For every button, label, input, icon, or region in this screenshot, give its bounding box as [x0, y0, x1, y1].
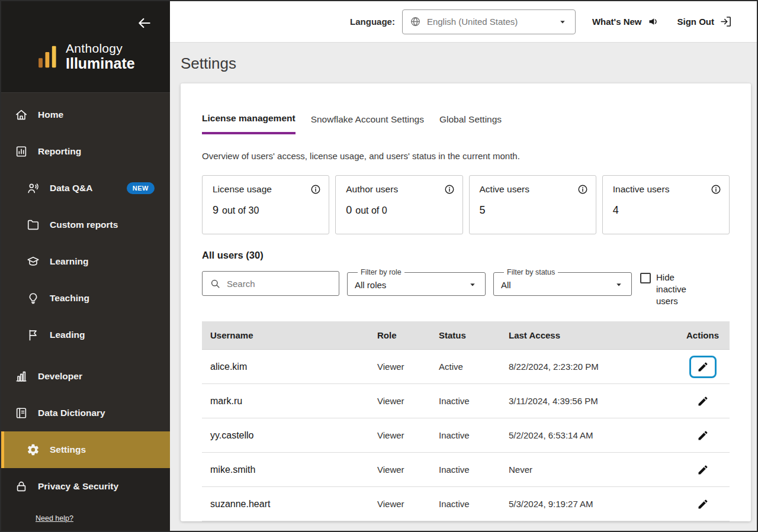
- search-input[interactable]: [227, 279, 322, 289]
- cell-status: Inactive: [439, 430, 509, 440]
- cell-role: Viewer: [377, 430, 439, 440]
- filter-role-label: Filter by role: [358, 268, 404, 276]
- stat-value: 9 out of 30: [213, 204, 321, 217]
- sidebar-item-reporting[interactable]: Reporting: [1, 133, 170, 170]
- sidebar-item-privacy-security[interactable]: Privacy & Security: [1, 468, 170, 505]
- stat-card-inactive-users: Inactive users 4: [602, 175, 730, 234]
- users-table: Username Role Status Last Access Actions…: [202, 321, 730, 521]
- stat-suffix: out of 30: [222, 205, 259, 216]
- hide-inactive-group: Hide inactive users: [640, 272, 694, 307]
- chevron-down-icon: [614, 279, 624, 290]
- sidebar-item-label: Learning: [50, 256, 88, 267]
- cell-status: Inactive: [439, 465, 509, 475]
- pencil-icon: [697, 395, 709, 407]
- gear-icon: [26, 443, 40, 457]
- sidebar-item-data-qa[interactable]: Data Q&A NEW: [1, 170, 170, 207]
- sidebar-item-developer[interactable]: Developer: [1, 358, 170, 395]
- sign-out-button[interactable]: Sign Out: [677, 15, 733, 28]
- sidebar-item-learning[interactable]: Learning: [1, 243, 170, 280]
- info-icon[interactable]: [577, 184, 588, 195]
- edit-user-button[interactable]: [689, 390, 717, 412]
- col-header-last-access: Last Access: [509, 330, 686, 340]
- book-icon: [14, 406, 28, 420]
- filter-status-value: All: [501, 280, 511, 290]
- sidebar-item-label: Developer: [38, 371, 82, 382]
- language-select[interactable]: English (United States): [402, 9, 576, 34]
- cell-username: mike.smith: [202, 465, 377, 475]
- stat-title: Author users: [346, 184, 398, 195]
- all-users-heading: All users (30): [202, 250, 730, 261]
- col-header-status: Status: [439, 330, 509, 340]
- content-area: Language: English (United States) What's…: [170, 1, 757, 531]
- sidebar-item-label: Reporting: [38, 146, 81, 157]
- cell-username: mark.ru: [202, 396, 377, 407]
- info-icon[interactable]: [711, 184, 721, 195]
- tab-snowflake-account-settings[interactable]: Snowflake Account Settings: [311, 113, 424, 134]
- sidebar-item-home[interactable]: Home: [1, 96, 170, 133]
- cell-role: Viewer: [377, 465, 439, 475]
- cell-username: alice.kim: [202, 362, 377, 372]
- chevron-down-icon: [467, 279, 478, 290]
- filter-role-select[interactable]: Filter by role All roles: [347, 268, 486, 296]
- hide-inactive-checkbox[interactable]: [640, 273, 651, 283]
- edit-user-button[interactable]: [689, 493, 717, 515]
- graduation-cap-icon: [26, 254, 40, 269]
- logo-line2: Illuminate: [66, 55, 135, 72]
- cell-status: Inactive: [439, 396, 509, 406]
- cell-last-access: 8/22/2024, 2:23:20 PM: [509, 362, 686, 372]
- reporting-icon: [14, 144, 28, 159]
- topbar: Language: English (United States) What's…: [170, 1, 757, 43]
- stat-cards: License usage 9 out of 30 Author users: [202, 175, 730, 234]
- cell-status: Inactive: [439, 499, 509, 509]
- sidebar-item-data-dictionary[interactable]: Data Dictionary: [1, 395, 170, 431]
- megaphone-icon: [647, 15, 660, 28]
- tabs: License management Snowflake Account Set…: [202, 113, 730, 134]
- tab-global-settings[interactable]: Global Settings: [439, 113, 502, 134]
- sidebar-item-leading[interactable]: Leading: [1, 317, 170, 353]
- need-help-link[interactable]: Need help?: [36, 514, 73, 523]
- sidebar-item-label: Privacy & Security: [38, 481, 118, 492]
- col-header-actions: Actions: [686, 330, 737, 340]
- info-icon[interactable]: [444, 184, 455, 195]
- whats-new-label: What's New: [592, 17, 642, 27]
- sidebar-item-teaching[interactable]: Teaching: [1, 280, 170, 317]
- bar-chart-icon: [14, 369, 28, 383]
- stat-suffix: out of 0: [355, 205, 387, 216]
- sidebar-nav: Home Reporting Data Q&A NEW Custom repor…: [1, 93, 170, 468]
- new-badge: NEW: [127, 182, 155, 194]
- table-row: yy.castello Viewer Inactive 5/2/2024, 6:…: [202, 418, 730, 453]
- cell-role: Viewer: [377, 362, 439, 372]
- data-qa-icon: [26, 181, 40, 195]
- edit-user-button[interactable]: [689, 356, 717, 378]
- info-icon[interactable]: [310, 184, 321, 195]
- sidebar-item-label: Custom reports: [50, 220, 118, 230]
- sidebar: Anthology Illuminate Home Reporting Data…: [1, 1, 170, 531]
- home-icon: [14, 108, 28, 122]
- cell-role: Viewer: [377, 499, 439, 509]
- table-row: mike.smith Viewer Inactive Never: [202, 453, 730, 487]
- sidebar-header: Anthology Illuminate: [1, 1, 170, 93]
- logo-line1: Anthology: [66, 41, 135, 55]
- sidebar-item-label: Home: [38, 109, 63, 120]
- sign-out-icon: [720, 15, 732, 28]
- flag-icon: [26, 328, 40, 342]
- stat-card-author-users: Author users 0 out of 0: [335, 175, 462, 234]
- app-window: Anthology Illuminate Home Reporting Data…: [0, 0, 758, 532]
- logo-text: Anthology Illuminate: [66, 41, 135, 72]
- filter-status-label: Filter by status: [504, 268, 558, 276]
- tab-license-management[interactable]: License management: [202, 113, 296, 134]
- filter-status-select[interactable]: Filter by status All: [493, 268, 632, 296]
- table-row: suzanne.heart Viewer Inactive 5/3/2024, …: [202, 487, 730, 521]
- cell-role: Viewer: [377, 396, 439, 406]
- stat-number: 0: [346, 204, 352, 217]
- pencil-icon: [697, 498, 709, 510]
- cell-last-access: Never: [509, 465, 686, 475]
- edit-user-button[interactable]: [689, 424, 717, 447]
- sidebar-item-label: Leading: [50, 330, 85, 340]
- edit-user-button[interactable]: [689, 459, 717, 481]
- lightbulb-icon: [26, 291, 40, 305]
- collapse-sidebar-button[interactable]: [137, 14, 155, 32]
- whats-new-button[interactable]: What's New: [592, 15, 660, 28]
- sidebar-item-custom-reports[interactable]: Custom reports: [1, 207, 170, 243]
- sidebar-item-settings[interactable]: Settings: [1, 431, 170, 468]
